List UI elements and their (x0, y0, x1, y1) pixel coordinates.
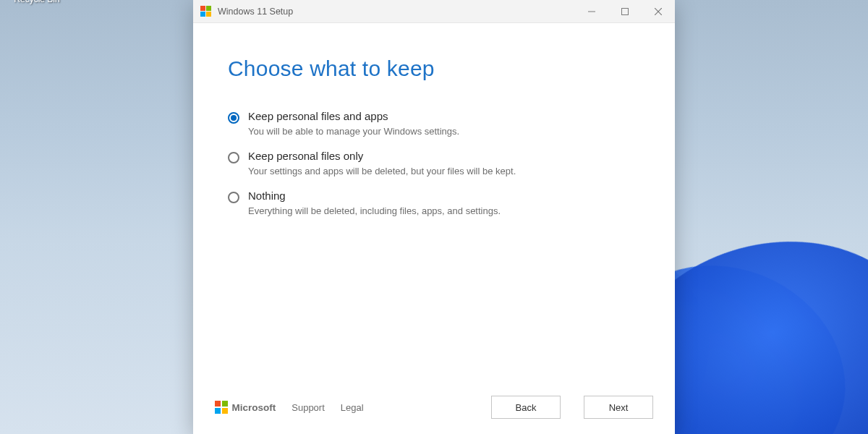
recycle-bin[interactable]: Recycle Bin (9, 0, 65, 4)
svg-rect-0 (200, 6, 205, 11)
recycle-bin-label: Recycle Bin (9, 0, 65, 4)
svg-rect-3 (206, 12, 211, 17)
option-nothing[interactable]: Nothing Everything will be deleted, incl… (228, 190, 640, 216)
microsoft-logo: Microsoft (215, 401, 276, 414)
options-group: Keep personal files and apps You will be… (228, 110, 640, 216)
option-desc: You will be able to manage your Windows … (248, 126, 459, 137)
page-title: Choose what to keep (228, 56, 640, 81)
setup-window: Windows 11 Setup Choose what to keep Kee… (193, 0, 675, 434)
radio-icon (228, 192, 239, 203)
option-title: Keep personal files and apps (248, 110, 459, 122)
app-icon (200, 6, 212, 17)
legal-link[interactable]: Legal (341, 402, 364, 413)
option-title: Nothing (248, 190, 501, 202)
option-keep-files-only[interactable]: Keep personal files only Your settings a… (228, 150, 640, 176)
option-desc: Your settings and apps will be deleted, … (248, 166, 516, 176)
svg-rect-1 (206, 6, 211, 11)
svg-rect-2 (200, 12, 205, 17)
titlebar[interactable]: Windows 11 Setup (193, 0, 675, 23)
option-keep-files-apps[interactable]: Keep personal files and apps You will be… (228, 110, 640, 137)
minimize-button[interactable] (575, 0, 608, 23)
back-button[interactable]: Back (491, 396, 561, 419)
radio-icon (228, 112, 239, 124)
next-button[interactable]: Next (584, 396, 653, 419)
window-title: Windows 11 Setup (218, 7, 293, 17)
support-link[interactable]: Support (292, 402, 325, 413)
desktop-background: Recycle Bin Windows 11 Setup Choose wha (0, 0, 868, 434)
radio-icon (228, 152, 239, 163)
microsoft-logo-text: Microsoft (232, 402, 276, 413)
option-desc: Everything will be deleted, including fi… (248, 205, 501, 216)
option-title: Keep personal files only (248, 150, 516, 162)
maximize-button[interactable] (608, 0, 642, 23)
close-button[interactable] (642, 0, 675, 23)
svg-rect-5 (622, 8, 629, 14)
microsoft-logo-icon (215, 401, 228, 414)
setup-content: Choose what to keep Keep personal files … (193, 23, 675, 380)
footer: Microsoft Support Legal Back Next (193, 380, 675, 434)
